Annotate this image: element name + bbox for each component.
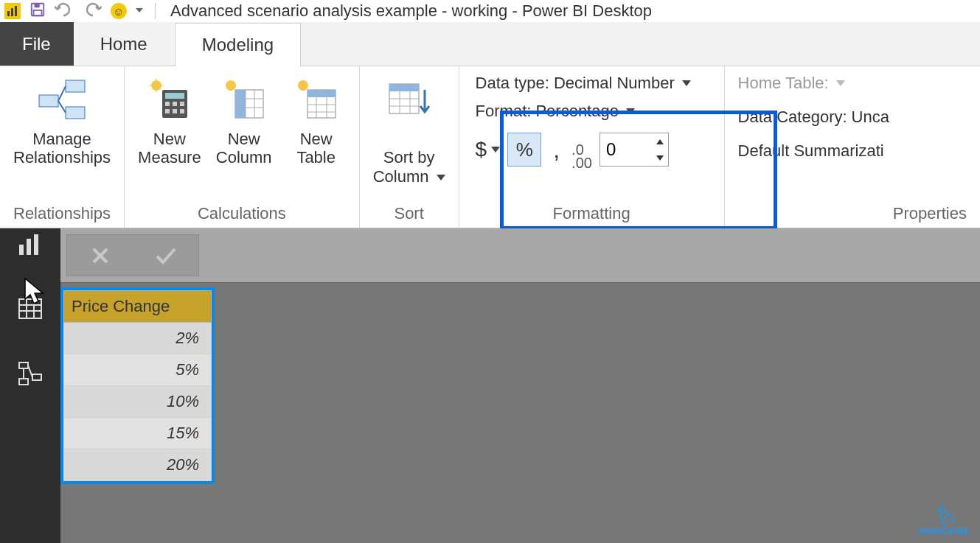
svg-rect-54 — [19, 379, 28, 385]
data-type-label: Data type: — [476, 74, 549, 93]
tab-home[interactable]: Home — [74, 22, 175, 66]
svg-line-10 — [58, 101, 66, 113]
new-table-button[interactable]: New Table — [287, 74, 346, 167]
redo-icon[interactable] — [83, 2, 102, 20]
app-icon — [4, 3, 21, 19]
column-header-price-change[interactable]: Price Change — [64, 291, 212, 323]
data-category-value: Unca — [852, 108, 889, 127]
format-value: Percentage — [535, 102, 619, 121]
new-measure-button[interactable]: New Measure — [138, 74, 201, 167]
dna-icon — [931, 502, 956, 527]
svg-line-62 — [945, 519, 951, 522]
undo-icon[interactable] — [55, 2, 74, 20]
home-table-selector[interactable]: Home Table: — [738, 74, 845, 93]
new-table-icon — [287, 74, 346, 125]
svg-rect-2 — [15, 6, 17, 16]
new-measure-icon — [140, 74, 199, 125]
default-summarization-label: Default Summarizati — [738, 141, 884, 161]
new-measure-label: New Measure — [138, 130, 201, 167]
data-table-highlight: Price Change 2% 5% 10% 15% 20% — [60, 287, 215, 484]
home-table-label: Home Table: — [738, 74, 829, 93]
data-category-selector[interactable]: Data Category: Unca — [738, 108, 889, 127]
report-view-button[interactable] — [15, 228, 46, 259]
new-column-icon — [215, 74, 274, 125]
sort-by-column-button[interactable]: Sort by Column — [373, 74, 445, 186]
chevron-down-icon — [836, 80, 845, 86]
decimal-places-stepper[interactable] — [600, 133, 669, 167]
svg-rect-22 — [173, 109, 177, 113]
thousands-separator-button[interactable]: , — [549, 136, 564, 164]
ribbon-group-properties: Home Table: Data Category: Unca Default … — [725, 66, 980, 228]
model-view-button[interactable] — [15, 358, 46, 389]
chevron-down-icon — [437, 175, 445, 181]
format-label: Format: — [476, 102, 532, 121]
calculations-group-label: Calculations — [138, 201, 346, 225]
svg-rect-0 — [7, 11, 10, 16]
percent-format-button[interactable]: % — [507, 133, 541, 167]
svg-rect-47 — [19, 299, 41, 318]
manage-relationships-label: Manage Relationships — [13, 130, 111, 167]
formatting-group-label: Formatting — [473, 201, 711, 225]
decimal-places-input[interactable] — [600, 133, 652, 166]
title-bar: ☺ Advanced scenario analysis example - w… — [0, 0, 980, 22]
data-view-button[interactable] — [15, 293, 46, 324]
view-rail — [0, 228, 60, 543]
format-selector[interactable]: Format: Percentage — [476, 102, 708, 121]
subscribe-button[interactable]: SUBSCRIBE — [919, 502, 970, 536]
tab-file[interactable]: File — [0, 22, 74, 66]
table-row[interactable]: 10% — [64, 386, 212, 418]
cell-value: 5% — [64, 354, 212, 386]
svg-rect-20 — [180, 102, 184, 106]
cell-value: 2% — [64, 323, 212, 354]
currency-symbol: $ — [476, 138, 487, 161]
formula-accept-button[interactable] — [133, 245, 198, 267]
new-column-label: New Column — [216, 130, 272, 167]
properties-group-label: Properties — [738, 201, 967, 225]
sort-group-label: Sort — [373, 201, 445, 225]
svg-rect-5 — [34, 10, 42, 15]
svg-rect-1 — [11, 8, 13, 16]
svg-rect-33 — [307, 90, 336, 97]
table-row[interactable]: 20% — [64, 449, 212, 481]
new-table-label: New Table — [296, 130, 336, 167]
currency-format-button[interactable]: $ — [476, 138, 501, 161]
window-title: Advanced scenario analysis example - wor… — [170, 1, 652, 21]
sort-icon — [380, 74, 439, 125]
data-table: Price Change 2% 5% 10% 15% 20% — [63, 290, 212, 481]
qat-separator — [155, 3, 156, 19]
manage-relationships-button[interactable]: Manage Relationships — [13, 74, 111, 167]
ribbon-group-calculations: New Measure New Column — [125, 66, 360, 228]
smiley-icon[interactable]: ☺ — [111, 3, 127, 19]
qat-dropdown-icon[interactable] — [136, 8, 143, 14]
svg-rect-39 — [389, 84, 419, 91]
svg-rect-8 — [66, 107, 85, 119]
data-type-selector[interactable]: Data type: Decimal Number — [476, 74, 708, 93]
spin-down-button[interactable] — [652, 150, 668, 166]
svg-rect-44 — [19, 245, 24, 255]
svg-rect-17 — [165, 93, 184, 99]
table-row[interactable]: 5% — [64, 354, 212, 386]
data-type-value: Decimal Number — [554, 74, 675, 93]
formula-cancel-button[interactable] — [67, 245, 133, 267]
table-row[interactable]: 15% — [64, 418, 212, 449]
svg-rect-45 — [27, 239, 31, 255]
tab-modeling[interactable]: Modeling — [175, 23, 301, 66]
decimal-places-icon: .0 .00 — [571, 130, 592, 169]
svg-rect-53 — [32, 374, 41, 380]
default-summarization-selector[interactable]: Default Summarizati — [738, 141, 884, 161]
chevron-down-icon — [626, 108, 635, 114]
ribbon-group-sort: Sort by Column Sort — [360, 66, 459, 228]
spin-up-button[interactable] — [652, 133, 668, 150]
table-row[interactable]: 2% — [64, 323, 212, 354]
formula-input[interactable] — [199, 228, 980, 282]
quick-access-toolbar: ☺ — [4, 1, 159, 21]
relationships-group-label: Relationships — [13, 201, 111, 225]
svg-point-31 — [298, 80, 308, 91]
svg-line-61 — [942, 516, 949, 519]
sort-by-column-label: Sort by Column — [373, 130, 445, 186]
save-icon[interactable] — [29, 1, 46, 21]
svg-rect-21 — [165, 109, 170, 113]
svg-rect-19 — [173, 102, 177, 106]
new-column-button[interactable]: New Column — [215, 74, 274, 167]
relationships-icon — [32, 74, 91, 125]
